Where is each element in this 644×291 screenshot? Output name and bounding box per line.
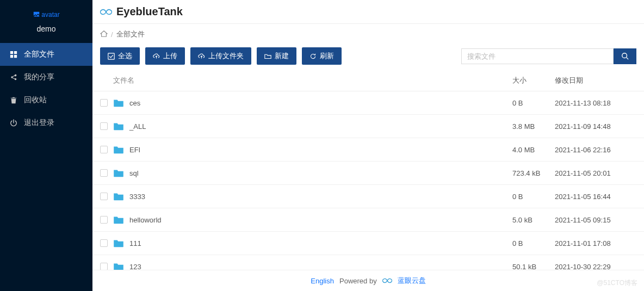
file-date: 2021-11-05 09:15 <box>555 216 636 224</box>
sidebar-item-logout[interactable]: 退出登录 <box>0 112 92 134</box>
button-label: 刷新 <box>320 51 334 61</box>
file-size: 0 B <box>512 193 555 201</box>
row-checkbox[interactable] <box>100 122 108 130</box>
refresh-icon <box>309 53 317 60</box>
cloud-upload-icon <box>153 53 160 60</box>
file-name: 123 <box>129 263 141 270</box>
table-row[interactable]: 12350.1 kB2021-10-30 22:29 <box>92 255 644 270</box>
sidebar-item-label: 全部文件 <box>24 49 54 59</box>
file-size: 5.0 kB <box>512 216 555 224</box>
button-label: 上传文件夹 <box>208 51 244 61</box>
file-name: EFI <box>129 146 140 154</box>
cloud-upload-icon <box>198 53 205 60</box>
file-size: 4.0 MB <box>512 146 555 154</box>
search-input[interactable] <box>461 48 614 64</box>
sidebar-item-recycle-bin[interactable]: 回收站 <box>0 89 92 112</box>
table-row[interactable]: sql723.4 kB2021-11-05 20:01 <box>92 162 644 185</box>
file-list: ces0 B2021-11-13 08:18_ALL3.8 MB2021-11-… <box>92 91 644 270</box>
folder-icon <box>113 192 124 201</box>
upload-folder-button[interactable]: 上传文件夹 <box>190 47 251 65</box>
broken-image-icon <box>33 11 40 18</box>
sidebar-item-all-files[interactable]: 全部文件 <box>0 43 92 66</box>
header-size: 大小 <box>512 76 555 85</box>
table-row[interactable]: helloworld5.0 kB2021-11-05 09:15 <box>92 208 644 232</box>
footer-product-link[interactable]: 蓝眼云盘 <box>398 276 426 286</box>
file-date: 2021-11-09 14:48 <box>555 122 636 131</box>
brand-logo-icon <box>100 6 112 18</box>
upload-button[interactable]: 上传 <box>145 47 185 65</box>
table-row[interactable]: 1110 B2021-11-01 17:08 <box>92 232 644 255</box>
username: demo <box>0 24 92 33</box>
breadcrumb-separator: / <box>111 30 113 39</box>
folder-icon <box>113 98 124 107</box>
file-date: 2021-11-13 08:18 <box>555 99 636 107</box>
sidebar-item-label: 我的分享 <box>24 72 54 82</box>
main-content: EyeblueTank / 全部文件 全选 上传 上传文 <box>92 0 644 291</box>
file-size: 3.8 MB <box>512 122 555 131</box>
file-name: helloworld <box>129 216 162 224</box>
row-checkbox[interactable] <box>100 193 108 200</box>
file-size: 0 B <box>512 99 555 107</box>
folder-icon <box>113 262 124 270</box>
file-name: sql <box>129 169 139 177</box>
file-date: 2021-11-05 20:01 <box>555 169 636 177</box>
footer-lang-link[interactable]: English <box>311 277 334 285</box>
table-row[interactable]: 33330 B2021-11-05 16:44 <box>92 185 644 208</box>
select-all-button[interactable]: 全选 <box>100 47 140 65</box>
new-folder-button[interactable]: 新建 <box>257 47 296 65</box>
folder-icon <box>113 169 124 177</box>
file-size: 0 B <box>512 239 555 247</box>
toolbar: 全选 上传 上传文件夹 新建 刷新 <box>92 45 644 71</box>
table-header: 文件名 大小 修改日期 <box>92 71 644 91</box>
table-row[interactable]: EFI4.0 MB2021-11-06 22:16 <box>92 138 644 162</box>
footer-logo-icon <box>382 277 392 284</box>
brand-name: EyeblueTank <box>116 5 183 18</box>
search-button[interactable] <box>614 48 636 64</box>
sidebar-item-label: 回收站 <box>24 95 47 105</box>
file-date: 2021-11-05 16:44 <box>555 193 636 201</box>
sidebar-item-my-share[interactable]: 我的分享 <box>0 66 92 89</box>
home-icon <box>100 30 108 38</box>
profile-section: avatar demo <box>0 0 92 38</box>
power-icon <box>10 119 17 127</box>
header-date: 修改日期 <box>555 76 636 85</box>
row-checkbox[interactable] <box>100 169 108 177</box>
file-name: 111 <box>129 239 141 247</box>
file-name: _ALL <box>129 122 146 131</box>
toolbar-buttons: 全选 上传 上传文件夹 新建 刷新 <box>100 47 342 65</box>
table-row[interactable]: _ALL3.8 MB2021-11-09 14:48 <box>92 115 644 138</box>
folder-icon <box>113 239 124 247</box>
breadcrumb-home[interactable] <box>100 30 108 39</box>
file-date: 2021-11-06 22:16 <box>555 146 636 154</box>
folder-plus-icon <box>264 53 271 60</box>
header-name: 文件名 <box>113 76 134 85</box>
search-box <box>461 48 636 64</box>
trash-icon <box>10 96 17 104</box>
button-label: 上传 <box>163 51 177 61</box>
row-checkbox[interactable] <box>100 216 108 224</box>
refresh-button[interactable]: 刷新 <box>302 47 342 65</box>
breadcrumb: / 全部文件 <box>92 24 644 45</box>
footer-powered-by: Powered by <box>339 277 377 285</box>
folder-icon <box>113 215 124 224</box>
file-name: 3333 <box>129 193 145 201</box>
file-date: 2021-10-30 22:29 <box>555 263 636 270</box>
sidebar: avatar demo 全部文件 我的分享 回收站 退出登录 <box>0 0 92 291</box>
topbar: EyeblueTank <box>92 0 644 24</box>
row-checkbox[interactable] <box>100 263 108 270</box>
button-label: 全选 <box>118 51 132 61</box>
sidebar-item-label: 退出登录 <box>24 118 54 128</box>
nav-list: 全部文件 我的分享 回收站 退出登录 <box>0 43 92 134</box>
folder-icon <box>113 145 124 154</box>
file-date: 2021-11-01 17:08 <box>555 239 636 247</box>
svg-point-1 <box>622 53 627 58</box>
avatar-placeholder: avatar <box>33 11 59 18</box>
row-checkbox[interactable] <box>100 146 108 153</box>
file-size: 50.1 kB <box>512 263 555 270</box>
file-name: ces <box>129 99 140 107</box>
svg-rect-0 <box>108 53 114 59</box>
file-size: 723.4 kB <box>512 169 555 177</box>
row-checkbox[interactable] <box>100 99 108 107</box>
table-row[interactable]: ces0 B2021-11-13 08:18 <box>92 91 644 115</box>
row-checkbox[interactable] <box>100 239 108 247</box>
